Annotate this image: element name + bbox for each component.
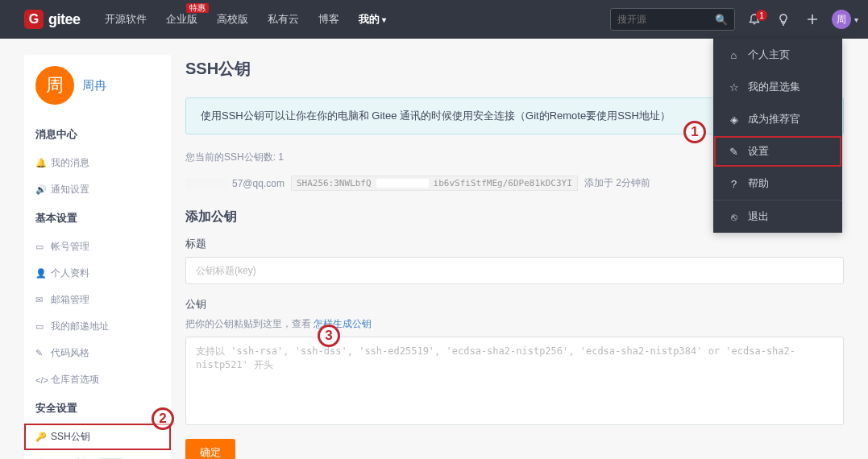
nav-university[interactable]: 高校版	[207, 0, 258, 39]
sidebar-item-email[interactable]: ✉邮箱管理	[24, 287, 171, 313]
section-basic: 基本设置	[24, 203, 171, 234]
bell-icon[interactable]: 1	[745, 13, 764, 26]
sidebar-item-gpg-key[interactable]: 🔒GPG公钥Beta	[24, 450, 171, 459]
key-icon: 🔑	[35, 432, 45, 442]
help-icon: ?	[728, 178, 740, 190]
sidebar-item-shipping[interactable]: ▭我的邮递地址	[24, 313, 171, 340]
user-dropdown: ⌂个人主页 ☆我的星选集 ◈成为推荐官 ✎设置 ?帮助 ⎋退出	[713, 39, 842, 233]
lightbulb-icon[interactable]	[774, 13, 793, 26]
user-icon: 👤	[35, 268, 45, 279]
card-icon: ▭	[35, 321, 45, 332]
avatar-large: 周	[35, 66, 74, 105]
user-menu-trigger[interactable]: 周 ▾	[832, 10, 858, 29]
sidebar-item-notif-settings[interactable]: 🔊通知设置	[24, 176, 171, 203]
badge-icon: ◈	[728, 114, 740, 126]
key-added-time: 添加于 2分钟前	[584, 176, 650, 190]
bell-icon: 🔔	[35, 158, 45, 168]
chevron-down-icon: ▾	[854, 15, 858, 24]
profile: 周 周冉	[24, 66, 171, 119]
home-icon: ⌂	[728, 49, 740, 61]
dropdown-logout[interactable]: ⎋退出	[713, 201, 842, 233]
title-label: 标题	[185, 237, 844, 251]
search-box[interactable]: 🔍	[610, 8, 735, 31]
nav-private-cloud[interactable]: 私有云	[258, 0, 309, 39]
nav-mine[interactable]: 我的▾	[349, 0, 396, 39]
sidebar-item-repo-pref[interactable]: </>仓库首选项	[24, 366, 171, 393]
section-security: 安全设置	[24, 393, 171, 424]
dropdown-settings[interactable]: ✎设置	[713, 135, 842, 167]
sidebar: 周 周冉 消息中心 🔔我的消息 🔊通知设置 基本设置 ▭帐号管理 👤个人资料 ✉…	[24, 55, 171, 459]
edit-icon: ✎	[728, 146, 740, 158]
special-badge: 特惠	[186, 3, 209, 13]
sound-icon: 🔊	[35, 184, 45, 195]
sidebar-item-my-messages[interactable]: 🔔我的消息	[24, 150, 171, 176]
dropdown-home[interactable]: ⌂个人主页	[713, 39, 842, 71]
section-messages: 消息中心	[24, 119, 171, 150]
logo-icon: G	[24, 10, 44, 29]
howto-link[interactable]: 怎样生成公钥	[314, 318, 372, 329]
logo-text: gitee	[48, 11, 81, 28]
dropdown-help[interactable]: ?帮助	[713, 167, 842, 200]
key-hash: SHA256:3NWLbfQ ib6vSfiStfMEg/6DPe81kDC3Y…	[291, 176, 578, 191]
sidebar-item-code-style[interactable]: ✎代码风格	[24, 340, 171, 366]
search-icon: 🔍	[715, 14, 728, 26]
search-input[interactable]	[617, 14, 715, 25]
dropdown-stars[interactable]: ☆我的星选集	[713, 71, 842, 103]
star-icon: ☆	[728, 81, 740, 93]
chevron-down-icon: ▾	[382, 15, 386, 24]
logo[interactable]: G gitee	[24, 10, 81, 29]
key-email: 57@qq.com	[232, 178, 284, 189]
nav-enterprise[interactable]: 企业版特惠	[156, 0, 207, 39]
sidebar-item-ssh-key[interactable]: 🔑SSH公钥	[24, 424, 171, 450]
exit-icon: ⎋	[728, 211, 740, 223]
header: G gitee 开源软件 企业版特惠 高校版 私有云 博客 我的▾ 🔍 1 周 …	[0, 0, 868, 39]
nav-open-source[interactable]: 开源软件	[95, 0, 156, 39]
avatar: 周	[832, 10, 851, 29]
header-right: 🔍 1 周 ▾	[610, 8, 858, 31]
plus-icon[interactable]	[803, 14, 822, 25]
key-hint: 把你的公钥粘贴到这里，查看 怎样生成公钥	[185, 317, 844, 331]
key-title-input[interactable]	[185, 257, 844, 284]
mail-icon: ✉	[35, 295, 45, 305]
id-icon: ▭	[35, 242, 45, 252]
nav-blog[interactable]: 博客	[309, 0, 349, 39]
dropdown-recommend[interactable]: ◈成为推荐官	[713, 103, 842, 135]
email-mask	[185, 178, 226, 189]
notification-badge: 1	[756, 10, 767, 21]
pencil-icon: ✎	[35, 348, 45, 358]
sidebar-item-profile[interactable]: 👤个人资料	[24, 260, 171, 287]
sidebar-item-account[interactable]: ▭帐号管理	[24, 234, 171, 260]
key-label: 公钥	[185, 297, 844, 312]
profile-name[interactable]: 周冉	[82, 78, 106, 93]
key-textarea[interactable]	[185, 337, 844, 425]
code-icon: </>	[35, 375, 45, 385]
nav: 开源软件 企业版特惠 高校版 私有云 博客 我的▾	[95, 0, 396, 39]
submit-button[interactable]: 确定	[185, 439, 235, 459]
